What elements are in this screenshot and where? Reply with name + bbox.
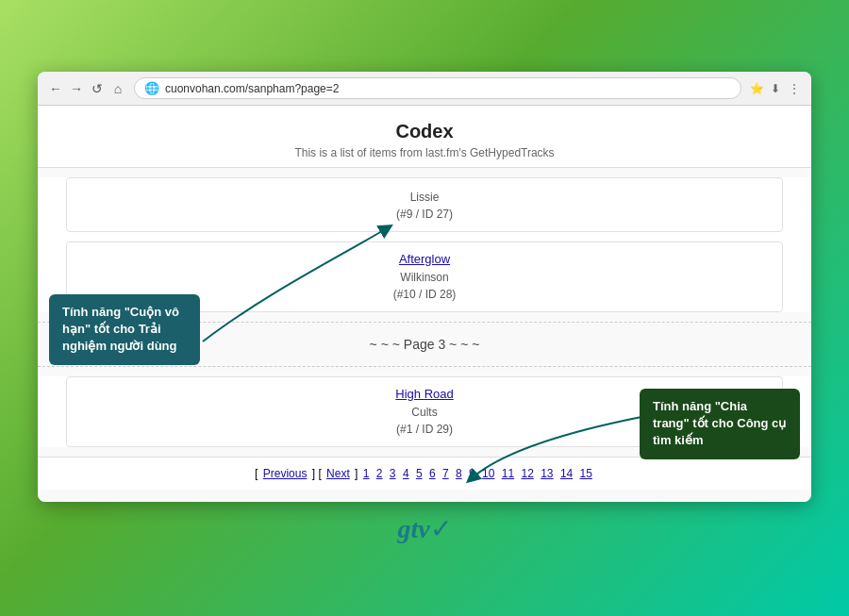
page-link-14[interactable]: 14 xyxy=(560,467,573,480)
track-link-afterglow[interactable]: Afterglow xyxy=(81,252,768,266)
track-info-afterglow: (#10 / ID 28) xyxy=(393,288,457,301)
browser-chrome: ← → ↺ ⌂ 🌐 cuonvohan.com/sanpham?page=2 ⭐… xyxy=(38,72,811,106)
page-link-5[interactable]: 5 xyxy=(416,467,423,480)
page-content: Codex This is a list of items from last.… xyxy=(38,106,811,502)
track-list: Lissie (#9 / ID 27) Afterglow Wilkinson … xyxy=(38,177,811,312)
page-link-3[interactable]: 3 xyxy=(390,467,396,480)
page-link-11[interactable]: 11 xyxy=(502,467,514,480)
browser-actions: ⭐ ⬇ ⋮ xyxy=(749,81,802,96)
track-info-lissie: (#9 / ID 27) xyxy=(396,208,453,221)
page-link-12[interactable]: 12 xyxy=(521,467,533,480)
page-link-15[interactable]: 15 xyxy=(580,467,592,480)
tooltip-left-text: Tính năng "Cuộn vô hạn" tốt cho Trải ngh… xyxy=(62,305,179,353)
url-text: cuonvohan.com/sanpham?page=2 xyxy=(165,82,339,95)
page-link-4[interactable]: 4 xyxy=(403,467,409,480)
download-icon[interactable]: ⬇ xyxy=(768,81,783,96)
tooltip-pagination: Tính năng "Chia trang" tốt cho Công cụ t… xyxy=(640,389,800,459)
page-link-9[interactable]: 9 xyxy=(469,467,475,480)
tooltip-right-text: Tính năng "Chia trang" tốt cho Công cụ t… xyxy=(653,399,786,447)
page-subtitle: This is a list of items from last.fm's G… xyxy=(57,146,792,159)
bookmark-icon[interactable]: ⭐ xyxy=(749,81,764,96)
page-link-1[interactable]: 1 xyxy=(363,467,370,480)
page-link-7[interactable]: 7 xyxy=(442,467,449,480)
track-info-highroad: (#1 / ID 29) xyxy=(396,423,453,436)
gtv-logo: gtv✓ xyxy=(397,513,451,544)
home-button[interactable]: ⌂ xyxy=(109,80,126,97)
page-link-2[interactable]: 2 xyxy=(376,467,383,480)
page-header: Codex This is a list of items from last.… xyxy=(38,106,811,167)
nav-buttons: ← → ↺ ⌂ xyxy=(47,80,126,97)
menu-icon[interactable]: ⋮ xyxy=(787,81,802,96)
forward-button[interactable]: → xyxy=(68,80,85,97)
page-link-6[interactable]: 6 xyxy=(429,467,436,480)
page-link-8[interactable]: 8 xyxy=(456,467,462,480)
globe-icon: 🌐 xyxy=(144,81,159,95)
page-link-13[interactable]: 13 xyxy=(541,467,553,480)
track-item-lissie: Lissie (#9 / ID 27) xyxy=(66,177,783,232)
logo-text: gtv xyxy=(397,514,429,543)
track-title-lissie: Lissie xyxy=(410,191,440,204)
divider-top xyxy=(38,167,811,168)
next-link[interactable]: Next xyxy=(326,467,350,480)
logo-checkmark: ✓ xyxy=(430,514,452,543)
page-title: Codex xyxy=(57,121,792,142)
tooltip-infinite-scroll: Tính năng "Cuộn vô hạn" tốt cho Trải ngh… xyxy=(49,294,200,365)
track-artist-highroad: Cults xyxy=(411,406,437,419)
prev-link[interactable]: Previous xyxy=(263,467,308,480)
back-button[interactable]: ← xyxy=(47,80,64,97)
track-artist-afterglow: Wilkinson xyxy=(400,271,448,284)
browser-window: ← → ↺ ⌂ 🌐 cuonvohan.com/sanpham?page=2 ⭐… xyxy=(38,72,811,502)
address-bar[interactable]: 🌐 cuonvohan.com/sanpham?page=2 xyxy=(134,77,741,99)
page-link-10[interactable]: 10 xyxy=(482,467,494,480)
refresh-button[interactable]: ↺ xyxy=(89,80,106,97)
pagination: [ Previous ] [ Next ] 1 2 3 4 5 6 7 8 9 … xyxy=(38,457,811,490)
